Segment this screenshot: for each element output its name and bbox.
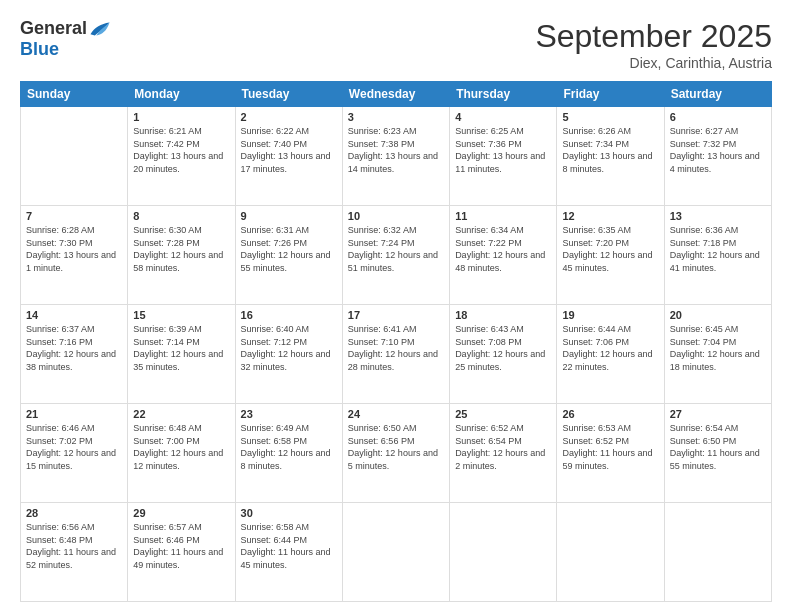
week-row-1: 7Sunrise: 6:28 AMSunset: 7:30 PMDaylight… [21, 206, 772, 305]
day-info-1-2: Sunrise: 6:31 AMSunset: 7:26 PMDaylight:… [241, 224, 337, 274]
day-info-1-3: Sunrise: 6:32 AMSunset: 7:24 PMDaylight:… [348, 224, 444, 274]
day-info-0-3: Sunrise: 6:23 AMSunset: 7:38 PMDaylight:… [348, 125, 444, 175]
month-title: September 2025 [535, 18, 772, 55]
title-block: September 2025 Diex, Carinthia, Austria [535, 18, 772, 71]
cell-1-0: 7Sunrise: 6:28 AMSunset: 7:30 PMDaylight… [21, 206, 128, 305]
day-info-3-1: Sunrise: 6:48 AMSunset: 7:00 PMDaylight:… [133, 422, 229, 472]
cell-0-1: 1Sunrise: 6:21 AMSunset: 7:42 PMDaylight… [128, 107, 235, 206]
day-num-0-4: 4 [455, 111, 551, 123]
day-info-0-5: Sunrise: 6:26 AMSunset: 7:34 PMDaylight:… [562, 125, 658, 175]
day-info-3-2: Sunrise: 6:49 AMSunset: 6:58 PMDaylight:… [241, 422, 337, 472]
day-num-2-1: 15 [133, 309, 229, 321]
cell-4-4 [450, 503, 557, 602]
week-row-0: 1Sunrise: 6:21 AMSunset: 7:42 PMDaylight… [21, 107, 772, 206]
day-info-1-1: Sunrise: 6:30 AMSunset: 7:28 PMDaylight:… [133, 224, 229, 274]
cell-1-5: 12Sunrise: 6:35 AMSunset: 7:20 PMDayligh… [557, 206, 664, 305]
day-num-2-2: 16 [241, 309, 337, 321]
day-num-2-3: 17 [348, 309, 444, 321]
day-num-3-1: 22 [133, 408, 229, 420]
day-num-3-0: 21 [26, 408, 122, 420]
cell-2-3: 17Sunrise: 6:41 AMSunset: 7:10 PMDayligh… [342, 305, 449, 404]
header-sunday: Sunday [21, 82, 128, 107]
day-num-0-2: 2 [241, 111, 337, 123]
cell-1-4: 11Sunrise: 6:34 AMSunset: 7:22 PMDayligh… [450, 206, 557, 305]
day-info-2-2: Sunrise: 6:40 AMSunset: 7:12 PMDaylight:… [241, 323, 337, 373]
day-num-4-2: 30 [241, 507, 337, 519]
cell-0-0 [21, 107, 128, 206]
day-info-2-6: Sunrise: 6:45 AMSunset: 7:04 PMDaylight:… [670, 323, 766, 373]
day-num-1-3: 10 [348, 210, 444, 222]
cell-1-2: 9Sunrise: 6:31 AMSunset: 7:26 PMDaylight… [235, 206, 342, 305]
day-info-2-1: Sunrise: 6:39 AMSunset: 7:14 PMDaylight:… [133, 323, 229, 373]
day-info-0-1: Sunrise: 6:21 AMSunset: 7:42 PMDaylight:… [133, 125, 229, 175]
day-info-3-6: Sunrise: 6:54 AMSunset: 6:50 PMDaylight:… [670, 422, 766, 472]
day-num-1-4: 11 [455, 210, 551, 222]
day-num-1-5: 12 [562, 210, 658, 222]
day-info-4-0: Sunrise: 6:56 AMSunset: 6:48 PMDaylight:… [26, 521, 122, 571]
cell-3-6: 27Sunrise: 6:54 AMSunset: 6:50 PMDayligh… [664, 404, 771, 503]
header-saturday: Saturday [664, 82, 771, 107]
day-num-3-5: 26 [562, 408, 658, 420]
cell-0-2: 2Sunrise: 6:22 AMSunset: 7:40 PMDaylight… [235, 107, 342, 206]
cell-0-3: 3Sunrise: 6:23 AMSunset: 7:38 PMDaylight… [342, 107, 449, 206]
cell-2-0: 14Sunrise: 6:37 AMSunset: 7:16 PMDayligh… [21, 305, 128, 404]
cell-4-3 [342, 503, 449, 602]
week-row-4: 28Sunrise: 6:56 AMSunset: 6:48 PMDayligh… [21, 503, 772, 602]
day-info-3-5: Sunrise: 6:53 AMSunset: 6:52 PMDaylight:… [562, 422, 658, 472]
cell-0-4: 4Sunrise: 6:25 AMSunset: 7:36 PMDaylight… [450, 107, 557, 206]
cell-1-6: 13Sunrise: 6:36 AMSunset: 7:18 PMDayligh… [664, 206, 771, 305]
header: General Blue September 2025 Diex, Carint… [20, 18, 772, 71]
day-num-0-5: 5 [562, 111, 658, 123]
header-monday: Monday [128, 82, 235, 107]
page: General Blue September 2025 Diex, Carint… [0, 0, 792, 612]
day-info-1-0: Sunrise: 6:28 AMSunset: 7:30 PMDaylight:… [26, 224, 122, 274]
location-subtitle: Diex, Carinthia, Austria [535, 55, 772, 71]
day-num-0-6: 6 [670, 111, 766, 123]
day-num-2-5: 19 [562, 309, 658, 321]
day-num-0-3: 3 [348, 111, 444, 123]
day-num-4-0: 28 [26, 507, 122, 519]
header-tuesday: Tuesday [235, 82, 342, 107]
cell-2-5: 19Sunrise: 6:44 AMSunset: 7:06 PMDayligh… [557, 305, 664, 404]
header-friday: Friday [557, 82, 664, 107]
day-info-0-6: Sunrise: 6:27 AMSunset: 7:32 PMDaylight:… [670, 125, 766, 175]
day-num-1-2: 9 [241, 210, 337, 222]
week-row-2: 14Sunrise: 6:37 AMSunset: 7:16 PMDayligh… [21, 305, 772, 404]
day-info-3-0: Sunrise: 6:46 AMSunset: 7:02 PMDaylight:… [26, 422, 122, 472]
day-num-1-1: 8 [133, 210, 229, 222]
cell-3-3: 24Sunrise: 6:50 AMSunset: 6:56 PMDayligh… [342, 404, 449, 503]
day-info-2-5: Sunrise: 6:44 AMSunset: 7:06 PMDaylight:… [562, 323, 658, 373]
cell-3-0: 21Sunrise: 6:46 AMSunset: 7:02 PMDayligh… [21, 404, 128, 503]
cell-3-1: 22Sunrise: 6:48 AMSunset: 7:00 PMDayligh… [128, 404, 235, 503]
day-info-0-4: Sunrise: 6:25 AMSunset: 7:36 PMDaylight:… [455, 125, 551, 175]
calendar-table: Sunday Monday Tuesday Wednesday Thursday… [20, 81, 772, 602]
day-info-4-2: Sunrise: 6:58 AMSunset: 6:44 PMDaylight:… [241, 521, 337, 571]
cell-4-6 [664, 503, 771, 602]
cell-1-1: 8Sunrise: 6:30 AMSunset: 7:28 PMDaylight… [128, 206, 235, 305]
cell-4-0: 28Sunrise: 6:56 AMSunset: 6:48 PMDayligh… [21, 503, 128, 602]
day-num-3-6: 27 [670, 408, 766, 420]
logo: General Blue [20, 18, 111, 60]
day-info-2-4: Sunrise: 6:43 AMSunset: 7:08 PMDaylight:… [455, 323, 551, 373]
day-num-0-1: 1 [133, 111, 229, 123]
logo-bird-icon [89, 20, 111, 38]
cell-4-2: 30Sunrise: 6:58 AMSunset: 6:44 PMDayligh… [235, 503, 342, 602]
cell-2-4: 18Sunrise: 6:43 AMSunset: 7:08 PMDayligh… [450, 305, 557, 404]
logo-general-text: General [20, 18, 87, 39]
day-num-1-0: 7 [26, 210, 122, 222]
day-num-2-6: 20 [670, 309, 766, 321]
cell-4-5 [557, 503, 664, 602]
day-info-1-4: Sunrise: 6:34 AMSunset: 7:22 PMDaylight:… [455, 224, 551, 274]
day-info-2-3: Sunrise: 6:41 AMSunset: 7:10 PMDaylight:… [348, 323, 444, 373]
day-num-2-4: 18 [455, 309, 551, 321]
day-num-3-4: 25 [455, 408, 551, 420]
day-info-1-6: Sunrise: 6:36 AMSunset: 7:18 PMDaylight:… [670, 224, 766, 274]
day-info-4-1: Sunrise: 6:57 AMSunset: 6:46 PMDaylight:… [133, 521, 229, 571]
cell-1-3: 10Sunrise: 6:32 AMSunset: 7:24 PMDayligh… [342, 206, 449, 305]
day-num-1-6: 13 [670, 210, 766, 222]
day-num-2-0: 14 [26, 309, 122, 321]
cell-2-1: 15Sunrise: 6:39 AMSunset: 7:14 PMDayligh… [128, 305, 235, 404]
day-info-3-3: Sunrise: 6:50 AMSunset: 6:56 PMDaylight:… [348, 422, 444, 472]
cell-0-6: 6Sunrise: 6:27 AMSunset: 7:32 PMDaylight… [664, 107, 771, 206]
header-thursday: Thursday [450, 82, 557, 107]
